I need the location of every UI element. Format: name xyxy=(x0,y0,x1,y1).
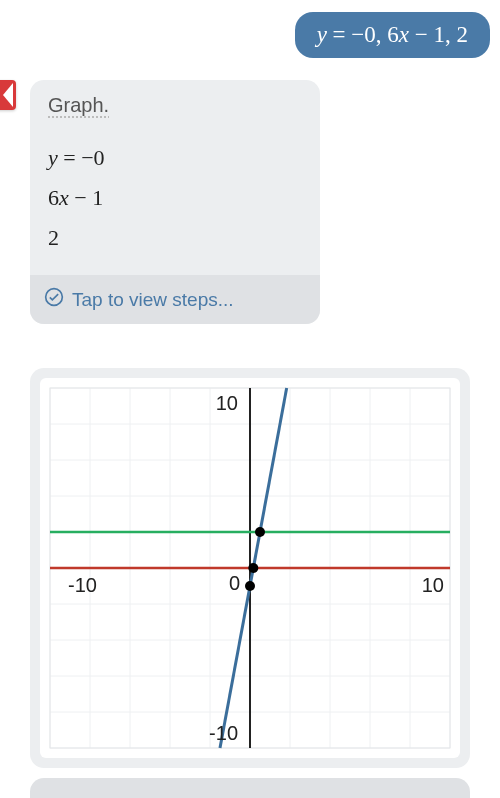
svg-text:0: 0 xyxy=(229,572,240,594)
view-steps-label: Tap to view steps... xyxy=(72,289,234,311)
app-logo-icon xyxy=(0,80,16,110)
svg-point-0 xyxy=(46,289,63,306)
chart-card[interactable]: 10-10-10100 xyxy=(30,368,470,768)
equation-line-0: y = −0 xyxy=(48,145,302,171)
user-input-text: y = −0, 6x − 1, 2 xyxy=(317,22,468,47)
svg-point-29 xyxy=(248,563,258,573)
svg-text:10: 10 xyxy=(216,392,238,414)
answer-card: Graph. y = −0 6x − 1 2 Tap to view steps… xyxy=(30,80,320,324)
user-input-bubble[interactable]: y = −0, 6x − 1, 2 xyxy=(295,12,490,58)
svg-point-31 xyxy=(245,581,255,591)
view-steps-button[interactable]: Tap to view steps... xyxy=(30,275,320,324)
chart-plot[interactable]: 10-10-10100 xyxy=(40,378,460,758)
svg-point-30 xyxy=(255,527,265,537)
svg-text:10: 10 xyxy=(422,574,444,596)
svg-text:-10: -10 xyxy=(209,722,238,744)
equation-line-2: 2 xyxy=(48,225,302,251)
answer-body: Graph. y = −0 6x − 1 2 xyxy=(30,80,320,275)
svg-text:-10: -10 xyxy=(68,574,97,596)
next-card-peek xyxy=(30,778,470,798)
equation-line-1: 6x − 1 xyxy=(48,185,302,211)
answer-heading[interactable]: Graph. xyxy=(48,94,109,117)
check-icon xyxy=(44,287,64,312)
